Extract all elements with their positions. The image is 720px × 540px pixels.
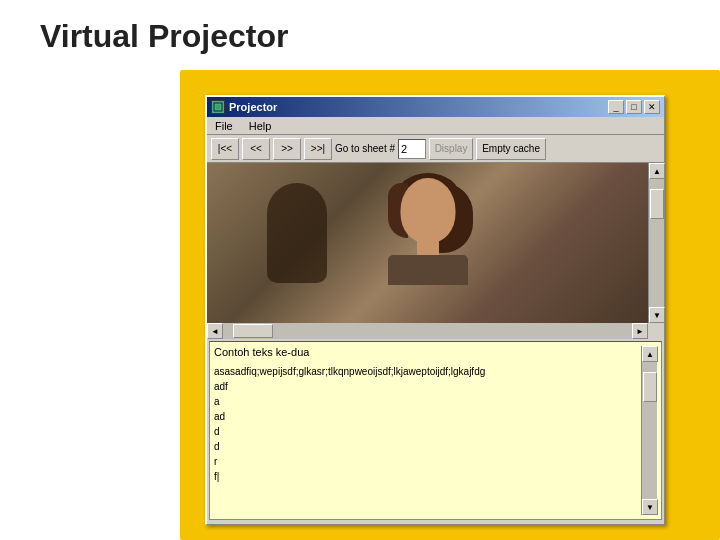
app-icon (211, 100, 225, 114)
scroll-track[interactable] (649, 179, 664, 307)
window-title: Projector (229, 101, 277, 113)
text-scroll-track[interactable] (642, 362, 657, 499)
image-vertical-scrollbar[interactable]: ▲ ▼ (648, 163, 664, 323)
sheet-input[interactable] (398, 139, 426, 159)
goto-label: Go to sheet # (335, 143, 395, 154)
scroll-down-button[interactable]: ▼ (649, 307, 665, 323)
text-scroll-down-button[interactable]: ▼ (642, 499, 658, 515)
text-title: Contoh teks ke-dua (214, 346, 641, 358)
next-button[interactable]: >> (273, 138, 301, 160)
scroll-left-button[interactable]: ◄ (207, 323, 223, 339)
close-button[interactable]: ✕ (644, 100, 660, 114)
scroll-right-button[interactable]: ► (632, 323, 648, 339)
minimize-button[interactable]: _ (608, 100, 624, 114)
maximize-button[interactable]: □ (626, 100, 642, 114)
text-panel: Contoh teks ke-dua asasadfiq;wepijsdf;gl… (209, 341, 662, 520)
display-button[interactable]: Display (429, 138, 473, 160)
menubar: File Help (207, 117, 664, 135)
page-title: Virtual Projector (40, 18, 288, 55)
image-display (207, 163, 648, 323)
menu-file[interactable]: File (211, 120, 237, 132)
background-person (267, 183, 327, 283)
text-body: asasadfiq;wepijsdf;glkasr;tlkqnpweoijsdf… (214, 364, 641, 484)
h-scroll-track[interactable] (223, 323, 632, 339)
text-vertical-scrollbar[interactable]: ▲ ▼ (641, 346, 657, 515)
text-scroll-thumb[interactable] (643, 372, 657, 402)
text-scroll-up-button[interactable]: ▲ (642, 346, 658, 362)
scrollbar-corner (648, 323, 664, 339)
projector-window: Projector _ □ ✕ File Help |<< << >> >>| … (205, 95, 665, 525)
image-panel: ▲ ▼ (207, 163, 664, 323)
titlebar-buttons: _ □ ✕ (608, 100, 660, 114)
empty-cache-button[interactable]: Empty cache (476, 138, 546, 160)
scroll-up-button[interactable]: ▲ (649, 163, 665, 179)
image-horizontal-scrollbar[interactable]: ◄ ► (207, 323, 664, 339)
text-content: Contoh teks ke-dua asasadfiq;wepijsdf;gl… (214, 346, 641, 515)
menu-help[interactable]: Help (245, 120, 276, 132)
face (400, 178, 455, 243)
prev-button[interactable]: << (242, 138, 270, 160)
last-button[interactable]: >>| (304, 138, 332, 160)
titlebar-left: Projector (211, 100, 277, 114)
first-button[interactable]: |<< (211, 138, 239, 160)
person-figure (378, 173, 478, 303)
content-area: ▲ ▼ ◄ ► Contoh teks ke-dua asasadfiq;wep… (207, 163, 664, 522)
image-scrollable (207, 163, 648, 323)
body (388, 255, 468, 285)
toolbar: |<< << >> >>| Go to sheet # Display Empt… (207, 135, 664, 163)
scroll-thumb[interactable] (650, 189, 664, 219)
h-scroll-thumb[interactable] (233, 324, 273, 338)
titlebar: Projector _ □ ✕ (207, 97, 664, 117)
svg-rect-1 (216, 105, 220, 109)
